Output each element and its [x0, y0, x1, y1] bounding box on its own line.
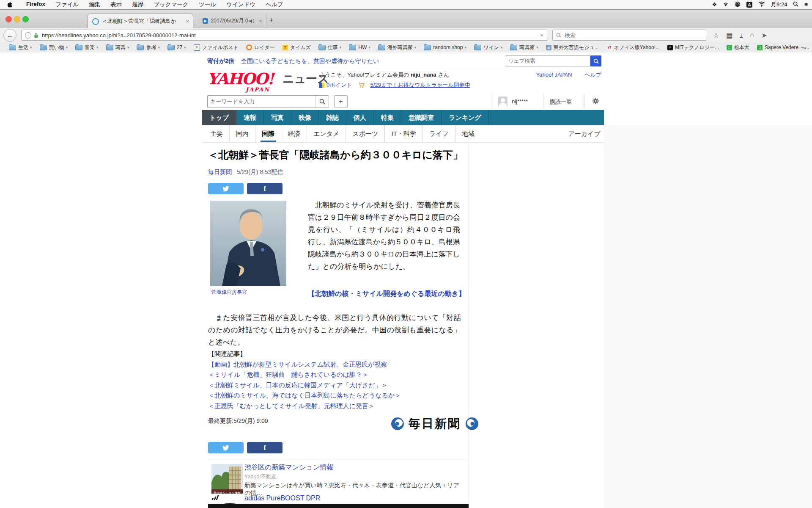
- bookmark-item[interactable]: random shop▾: [420, 44, 470, 50]
- menu-item-6[interactable]: ツール: [194, 1, 221, 8]
- menu-item-2[interactable]: 編集: [84, 1, 105, 8]
- subnav-国際[interactable]: 国際: [255, 125, 281, 142]
- tab-background[interactable]: ▶ 2017/05/29/月 08:30-11:0( ×: [199, 14, 266, 28]
- nav-tab-トップ[interactable]: トップ: [202, 110, 236, 125]
- tab-close-icon[interactable]: ×: [182, 18, 193, 25]
- dropbox-icon[interactable]: ❖: [712, 0, 717, 9]
- bookmark-item[interactable]: ≋東外大言語モジュ...: [542, 44, 603, 51]
- audio-playing-icon[interactable]: [249, 19, 254, 24]
- downloads-icon[interactable]: ↓: [740, 32, 743, 38]
- help-link[interactable]: ヘルプ: [584, 72, 601, 78]
- creative-cloud-icon[interactable]: [735, 1, 741, 8]
- wifi-icon[interactable]: [758, 1, 765, 8]
- points-link[interactable]: 0ポイント: [326, 81, 352, 89]
- nav-tab-速報[interactable]: 速報: [236, 110, 264, 125]
- tab-active[interactable]: ＜北朝鮮＞菅長官「隠岐諸島か ×: [88, 14, 193, 29]
- subnav-主要[interactable]: 主要: [204, 125, 229, 142]
- bookmark-item[interactable]: 買い物▾: [36, 44, 72, 51]
- https-lock-icon[interactable]: [34, 33, 38, 38]
- nav-tab-映像[interactable]: 映像: [291, 110, 319, 125]
- keyword-search-button[interactable]: [315, 96, 329, 108]
- banner-link[interactable]: 全国にいる子どもたちを、貧困や虐待から守りたい: [241, 58, 379, 65]
- tab2-close-icon[interactable]: ×: [255, 18, 266, 24]
- bookmarks-menu-icon[interactable]: ▤: [726, 31, 732, 39]
- back-button[interactable]: ←: [3, 29, 16, 42]
- bookmark-item[interactable]: 音楽▾: [71, 44, 102, 51]
- yahoo-japan-link[interactable]: Yahoo! JAPAN: [536, 72, 572, 78]
- article-inline-link[interactable]: 【北朝鮮の核・ミサイル開発をめぐる最近の動き】: [308, 290, 465, 298]
- banner-highlight[interactable]: 寄付が2倍: [207, 58, 234, 65]
- apple-menu-icon[interactable]: [7, 1, 13, 8]
- archive-link[interactable]: アーカイブ: [568, 125, 601, 142]
- bookmark-item[interactable]: Fファイルポスト: [190, 44, 242, 51]
- bookmark-item[interactable]: 海外写真家▾: [374, 44, 420, 51]
- photo-caption[interactable]: 菅義偉官房長官: [211, 289, 247, 296]
- share-icon[interactable]: ➤: [761, 31, 767, 39]
- home-icon[interactable]: ⌂: [750, 31, 754, 39]
- facebook-share-button[interactable]: f: [247, 442, 283, 453]
- account-name[interactable]: nij*****: [512, 98, 528, 105]
- url-input[interactable]: [41, 32, 536, 39]
- ad-title[interactable]: 渋谷区の新築マンション情報: [244, 463, 333, 472]
- sale-link[interactable]: 5/29まで！お得なウルトラセール開催中: [370, 81, 470, 89]
- urlbar-clear-icon[interactable]: ×: [536, 32, 548, 39]
- menu-item-1[interactable]: ファイル: [50, 1, 84, 8]
- avatar[interactable]: [498, 97, 508, 107]
- related-article-link[interactable]: ＜北朝鮮のミサイル、海ではなく日本列島に落ちたらどうなるか＞: [208, 390, 401, 401]
- bookmark-item[interactable]: 27▾: [164, 44, 190, 50]
- twitter-share-button[interactable]: [208, 442, 244, 453]
- bookmark-item[interactable]: +MITテクノロジー...: [664, 44, 723, 51]
- facebook-share-button[interactable]: f: [247, 183, 283, 194]
- related-article-link[interactable]: 【動画】北朝鮮が新型ミサイルシステム試射、金正恩氏が視察: [208, 359, 401, 370]
- site-info-icon[interactable]: i: [25, 32, 31, 39]
- nav-tab-意識調査[interactable]: 意識調査: [401, 110, 442, 125]
- spotlight-icon[interactable]: [793, 1, 798, 8]
- bookmark-item[interactable]: 参考▾: [133, 44, 164, 51]
- web-search-field[interactable]: [506, 55, 590, 66]
- airdrop-icon[interactable]: [723, 1, 729, 8]
- twitter-share-button[interactable]: [208, 183, 244, 194]
- bookmark-item[interactable]: 仕事▾: [315, 44, 346, 51]
- nav-tab-雑誌[interactable]: 雑誌: [319, 110, 346, 125]
- subnav-スポーツ[interactable]: スポーツ: [346, 125, 384, 142]
- article-source-link[interactable]: 毎日新聞: [208, 168, 232, 175]
- nav-tab-ランキング[interactable]: ランキング: [442, 110, 489, 125]
- subnav-国内[interactable]: 国内: [229, 125, 255, 142]
- window-close-button[interactable]: [5, 16, 12, 22]
- keyword-search-input[interactable]: [208, 96, 319, 107]
- add-tab-button[interactable]: +: [334, 95, 348, 108]
- related-article-link[interactable]: ＜ミサイル「危機」狂騒曲 踊らされているのは誰？＞: [208, 370, 401, 380]
- bookmark-item[interactable]: ∷松本大: [723, 44, 753, 51]
- alfred-icon[interactable]: A: [746, 2, 752, 8]
- ad-title[interactable]: adidas PureBOOST DPR: [244, 494, 320, 502]
- subnav-エンタメ[interactable]: エンタメ: [307, 125, 346, 142]
- bookmark-item[interactable]: ロイター: [242, 44, 279, 51]
- nav-tab-写真[interactable]: 写真: [264, 110, 291, 125]
- keyword-search-field[interactable]: [207, 95, 329, 108]
- nav-tab-特集[interactable]: 特集: [374, 110, 401, 125]
- nav-tab-個人[interactable]: 個人: [346, 110, 374, 125]
- bookmark-item[interactable]: ワイン▾: [470, 44, 506, 51]
- notification-center-icon[interactable]: ≡: [804, 0, 808, 9]
- bookmark-item[interactable]: Tタイムズ: [279, 44, 315, 51]
- menu-item-3[interactable]: 表示: [105, 1, 127, 8]
- subnav-ライフ[interactable]: ライフ: [422, 125, 455, 142]
- bookmark-item[interactable]: 写真▾: [102, 44, 133, 51]
- subnav-経済[interactable]: 経済: [281, 125, 307, 142]
- bookmarks-overflow-icon[interactable]: »: [803, 44, 806, 51]
- new-tab-button[interactable]: +: [269, 16, 274, 25]
- window-minimize-button[interactable]: [14, 16, 20, 22]
- urlbar[interactable]: i ×: [21, 30, 548, 41]
- ad-thumbnail[interactable]: 新築マンション情報: [211, 464, 243, 496]
- browser-search-input[interactable]: [564, 32, 707, 39]
- bookmark-item[interactable]: HW▾: [345, 44, 374, 50]
- settings-gear-icon[interactable]: [592, 97, 599, 106]
- subnav-IT・科学[interactable]: IT・科学: [384, 125, 422, 142]
- menu-item-7[interactable]: ウインドウ: [221, 1, 261, 8]
- menubar-clock[interactable]: 月9:24: [771, 1, 787, 8]
- menu-item-0[interactable]: Firefox: [21, 1, 50, 8]
- menu-item-5[interactable]: ブックマーク: [148, 1, 194, 8]
- subscriptions-link[interactable]: 購読一覧: [550, 98, 572, 106]
- article-photo[interactable]: [210, 201, 286, 286]
- related-article-link[interactable]: ＜正恩氏「むかっとしてミサイル発射」元料理人に発言＞: [208, 401, 401, 411]
